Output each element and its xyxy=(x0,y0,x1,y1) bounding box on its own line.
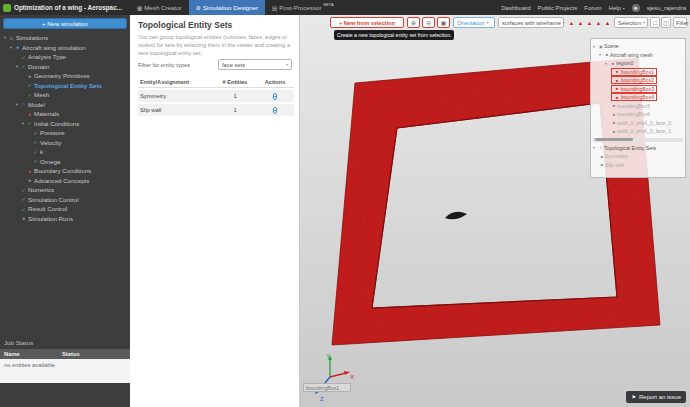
sidebar-item-result-control[interactable]: ✓ Result Control xyxy=(0,204,130,214)
face-icon: ■ xyxy=(614,69,620,74)
sidebar-item-k[interactable]: ✓ k xyxy=(0,147,130,157)
sidebar-item-velocity[interactable]: ✓ Velocity xyxy=(0,138,130,148)
scene-tree-item-slip-wall[interactable]: ■ Slip wall xyxy=(591,161,685,170)
simulation-tree: ▾ ≡ Simulations ▾ ● Aircraft wing simula… xyxy=(0,33,130,223)
scene-tree-label: solid_0_shell_0_face_0 xyxy=(617,120,671,126)
scene-tree-label: boundingBox5 xyxy=(617,103,650,109)
row-actions-dropdown[interactable]: ▾ xyxy=(273,107,277,114)
tree-label: k xyxy=(40,148,43,155)
hovered-entity-label: boundingBox1 xyxy=(303,383,351,392)
tab-mesh-creator[interactable]: ▦ Mesh Creator xyxy=(130,0,189,15)
scene-tree-item-boundingbox3[interactable]: ■boundingBox3 xyxy=(591,85,685,94)
job-status-title: Job Status xyxy=(4,339,33,346)
materials-icon: ● xyxy=(26,111,33,117)
scrollbar-thumb[interactable] xyxy=(595,138,633,141)
row-actions-dropdown[interactable]: ▾ xyxy=(273,93,277,100)
sidebar-item-model[interactable]: ▾ ○ Model xyxy=(0,100,130,110)
entity-type-filter-select[interactable]: face sets ▾ xyxy=(218,59,292,70)
scene-tree-item-aircraft-wing-mesh[interactable]: ▾ ■ Aircraft wing mesh xyxy=(591,51,685,60)
nav-forum[interactable]: Forum xyxy=(584,5,601,11)
sidebar-item-geometry-primitives[interactable]: ● Geometry Primitives xyxy=(0,71,130,81)
table-row[interactable]: Slip wall 1 ▾ xyxy=(138,104,294,116)
scene-tree-label: boundingBox3 xyxy=(621,86,654,92)
sidebar-item-aircraft-wing-simulation[interactable]: ▾ ● Aircraft wing simulation xyxy=(0,43,130,53)
chart-icon: ▤ xyxy=(272,5,277,11)
sidebar-item-materials[interactable]: ● Materials xyxy=(0,109,130,119)
nav-public-projects[interactable]: Public Projects xyxy=(538,5,578,11)
check-icon: ✓ xyxy=(20,196,27,202)
scene-tree-item-solid-face-0[interactable]: ■ solid_0_shell_0_face_0 xyxy=(591,119,685,128)
tree-label: Geometry Primitives xyxy=(34,72,90,79)
sidebar-item-simulation-control[interactable]: ✓ Simulation Control xyxy=(0,195,130,205)
report-issue-button[interactable]: ⚑ Report an issue xyxy=(626,391,686,403)
entity-count: 1 xyxy=(214,93,256,99)
axis-x-label: X xyxy=(350,374,354,380)
check-icon: ✓ xyxy=(26,92,33,98)
tree-label: Initial Conditions xyxy=(34,120,79,127)
tab-label: Simulation Designer xyxy=(203,4,258,11)
new-simulation-button[interactable]: + New simulation xyxy=(3,18,127,29)
sidebar-item-initial-conditions[interactable]: ▾ ✓ Initial Conditions xyxy=(0,119,130,129)
entity-set-name: Symmetry xyxy=(138,93,214,99)
user-avatar[interactable]: ☻ xyxy=(632,4,640,12)
sidebar-item-boundary-conditions[interactable]: ● Boundary Conditions xyxy=(0,166,130,176)
axis-z-label: Z xyxy=(320,396,324,402)
sidebar-item-domain[interactable]: ▾ ✓ Domain xyxy=(0,62,130,72)
tab-post-processor[interactable]: ▤ Post-Processor BETA xyxy=(265,0,341,15)
scene-tree-item-scene[interactable]: ▾ ▣ Scene xyxy=(591,42,685,51)
sidebar-item-analysis-type[interactable]: ✓ Analysis Type xyxy=(0,52,130,62)
check-icon: ✓ xyxy=(20,63,27,69)
username[interactable]: sjesu_rajendra xyxy=(647,5,686,11)
workflow-tabs: ▦ Mesh Creator ⚙ Simulation Designer ▤ P… xyxy=(130,0,341,15)
simulation-sidebar: + New simulation ▾ ≡ Simulations ▾ ● Air… xyxy=(0,15,130,407)
simscale-logo-icon[interactable] xyxy=(3,4,11,12)
sidebar-item-omega[interactable]: ✓ Omega xyxy=(0,157,130,167)
axis-triad[interactable]: Y X Z xyxy=(312,351,356,403)
nav-help-dropdown[interactable]: Help ▾ xyxy=(609,5,625,11)
nav-dashboard[interactable]: Dashboard xyxy=(501,5,530,11)
sidebar-item-pressure[interactable]: ✓ Pressure xyxy=(0,128,130,138)
tab-simulation-designer[interactable]: ⚙ Simulation Designer xyxy=(189,0,265,15)
beta-badge: BETA xyxy=(324,2,334,7)
scene-tree-item-boundingbox4[interactable]: ■boundingBox4 xyxy=(591,93,685,102)
sidebar-item-mesh[interactable]: ✓ Mesh xyxy=(0,90,130,100)
sidebar-item-topological-entity-sets[interactable]: ✓ Topological Entity Sets xyxy=(0,81,130,91)
scene-tree-item-boundingbox1[interactable]: ■boundingBox1 xyxy=(591,68,685,77)
face-icon: ■ xyxy=(614,95,620,100)
scene-tree-item-boundingbox6[interactable]: ■ boundingBox6 xyxy=(591,110,685,119)
tree-label: Simulation Runs xyxy=(28,215,73,222)
check-icon: ✓ xyxy=(32,149,39,155)
filter-label: Filter for entity types xyxy=(138,62,190,68)
scene-tree-label: boundingBox2 xyxy=(621,77,654,83)
plus-icon: + xyxy=(42,21,46,27)
scene-tree-item-solid-face-1[interactable]: ■ solid_0_shell_0_face_1 xyxy=(591,127,685,136)
scene-tree-item-topological-entity-sets[interactable]: ▾ ≡ Topological Entity Sets xyxy=(591,144,685,153)
tree-label: Result Control xyxy=(28,205,67,212)
sidebar-item-numerics[interactable]: ✓ Numerics xyxy=(0,185,130,195)
wing-geometry[interactable] xyxy=(445,212,467,220)
tree-label: Analysis Type xyxy=(28,53,66,60)
gear-icon: ⚙ xyxy=(196,5,201,11)
viewer-3d[interactable]: + New from selection ⊕ ⊖ ▣ Orientation ▾… xyxy=(300,15,690,407)
scene-tree-item-boundingbox2[interactable]: ■boundingBox2 xyxy=(591,76,685,85)
check-icon: ✓ xyxy=(32,130,39,136)
tooltip: Create a new topological entity set from… xyxy=(334,30,454,40)
horizontal-scrollbar[interactable] xyxy=(593,138,683,142)
table-row[interactable]: Symmetry 1 ▾ xyxy=(138,90,294,102)
app-window: Optimization of a wing - Aerospac... ▦ M… xyxy=(0,0,690,407)
tree-label: Pressure xyxy=(40,129,65,136)
list-icon: ≡ xyxy=(8,35,15,41)
scene-tree-item-boundingbox5[interactable]: ■ boundingBox5 xyxy=(591,102,685,111)
sidebar-item-simulation-runs[interactable]: ● Simulation Runs xyxy=(0,214,130,224)
advanced-concepts-icon: ● xyxy=(26,177,33,183)
tab-label: Post-Processor xyxy=(279,4,321,11)
topological-entity-sets-panel: Topological Entity Sets You can group to… xyxy=(130,15,300,407)
sidebar-item-simulations[interactable]: ▾ ≡ Simulations xyxy=(0,33,130,43)
scene-tree-item-region0[interactable]: ▾ ■ region0 xyxy=(591,59,685,68)
entity-sets-table: Entity/Assignment # Entities Actions Sym… xyxy=(138,77,294,116)
sidebar-item-advanced-concepts[interactable]: ● Advanced Concepts xyxy=(0,176,130,186)
tree-label: Simulations xyxy=(16,34,48,41)
scene-tree-label: Aircraft wing mesh xyxy=(610,52,653,58)
chevron-down-icon: ▾ xyxy=(274,94,276,99)
scene-tree-item-symmetry[interactable]: ■ Symmetry xyxy=(591,152,685,161)
